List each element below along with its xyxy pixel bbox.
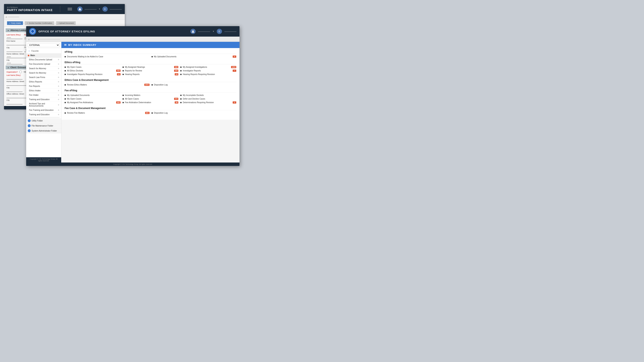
sidebar-utility-folder[interactable]: + Utility Folder xyxy=(26,118,61,123)
training-edu-2-star[interactable]: ★ xyxy=(58,113,60,116)
sidebar-item-search-attorney-1[interactable]: Search for Attorney ★ xyxy=(26,66,61,71)
home-city-input[interactable] xyxy=(6,61,22,64)
home-city-label: City xyxy=(6,59,22,61)
inbox-item-inv-reports-revision[interactable]: Investigator Reports Requiring Revision … xyxy=(64,73,120,76)
inbox-item-my-open-cases[interactable]: My Open Cases xyxy=(64,65,120,69)
sidebar-item-fee-training[interactable]: Fee Training and Education ★ xyxy=(26,108,61,112)
city-input[interactable] xyxy=(6,49,22,52)
inbox-item-my-assigned-hearings[interactable]: My Assigned Hearings 269 xyxy=(122,65,178,69)
step-docket-confirm[interactable]: ✓ Docket Number Confirmation xyxy=(25,21,54,25)
bullet xyxy=(152,56,153,57)
client-city-input[interactable] xyxy=(6,89,22,92)
sidebar-item-ethics-intake[interactable]: Ethics Intake ★ xyxy=(26,88,61,93)
bullet xyxy=(122,102,124,103)
back-user-avatar[interactable] xyxy=(77,6,82,12)
front-user-avatar[interactable] xyxy=(190,29,196,34)
inbox-item-review-fee-matters[interactable]: Review Fee Matters 821 xyxy=(64,111,150,114)
inbox-item-review-ethics-matters[interactable]: Review Ethics Matters 1573 xyxy=(64,83,150,86)
sidebar-favorite-label: Favorite xyxy=(32,50,39,52)
training-edu-star[interactable]: ★ xyxy=(58,98,60,101)
client-last-name-input[interactable] xyxy=(6,77,22,79)
inbox-item-investigator-reports[interactable]: Investigator Reports 7 xyxy=(180,69,236,72)
inbox-item-my-assigned-investigations[interactable]: My Assigned Investigations 1254 xyxy=(180,65,236,69)
fee-efiling-title: Fee eFiling xyxy=(64,89,236,92)
sidebar-file-maintenance-folder[interactable]: + File Maintenance Folder xyxy=(26,123,61,128)
ethics-intake-star[interactable]: ★ xyxy=(58,89,60,92)
sidebar-item-fee-docs-upload[interactable]: Fee Documents Upload ★ xyxy=(26,62,61,66)
client-city-label: City xyxy=(6,87,22,89)
sidebar-item-search-attorney-2[interactable]: Search for Attorney ★ xyxy=(26,71,61,75)
back-entity-avatar[interactable]: E xyxy=(102,6,108,12)
inbox-item-reports-for-review[interactable]: Reports for Review 234 xyxy=(122,69,178,72)
search-law-firms-star[interactable]: ★ xyxy=(58,76,60,79)
sidebar-item-fee-reports[interactable]: Fee Reports ★ xyxy=(26,84,61,88)
sidebar-item-fee-intake[interactable]: Fee Intake ★ xyxy=(26,93,61,97)
bullet xyxy=(122,66,124,68)
fee-reports-star[interactable]: ★ xyxy=(58,85,60,87)
inbox-item-hearing-reports-revision[interactable]: Hearing Reports Requiring Revision xyxy=(180,73,236,76)
client-office-city-input[interactable] xyxy=(6,102,22,104)
bullet xyxy=(64,98,66,99)
main-section-dot xyxy=(28,55,30,56)
review-ethics-matters-badge: 1573 xyxy=(144,84,150,86)
all-ethics-dockets-badge: 430 xyxy=(116,70,120,72)
front-entity-username: —————— xyxy=(224,30,236,32)
sidebar-dropdown-select[interactable]: EXTERNAL xyxy=(28,43,60,47)
sidebar-item-ethics-reports[interactable]: Ethics Reports ★ xyxy=(26,80,61,84)
back-header-right: —————— ▼ E —————— xyxy=(77,6,122,12)
inbox-item-fee-uploaded-docs[interactable]: My Uploaded Documents xyxy=(64,94,120,97)
inbox-item-my-uploaded-docs[interactable]: My Uploaded Documents 8 xyxy=(152,55,236,58)
inbox-item-all-ethics-dockets[interactable]: All Ethics Dockets 430 xyxy=(64,69,120,72)
sidebar-item-ethics-docs-upload[interactable]: Ethics Documents Upload ★ xyxy=(26,57,61,62)
archived-tips-star[interactable]: ★ xyxy=(58,104,60,106)
sidebar-item-search-law-firms[interactable]: Search Law Firms ★ xyxy=(26,75,61,80)
inbox-item-fee-disposition-log[interactable]: Disposition Log xyxy=(152,111,236,114)
inbox-item-fee-incoming-matters[interactable]: Incoming Matters xyxy=(122,94,178,97)
my-assigned-investigations-badge: 1254 xyxy=(231,66,236,68)
hamburger-icon[interactable] xyxy=(68,8,72,10)
sidebar-training-edu-2-label: Training and Education xyxy=(29,113,58,116)
last-name-input[interactable] xyxy=(6,36,22,39)
sidebar-sysadmin-folder[interactable]: + System Administrator Folder xyxy=(26,128,61,133)
inbox-item-fee-incomplete-dockets[interactable]: My Incomplete Dockets xyxy=(180,94,236,97)
sidebar-item-training-edu-2[interactable]: Training and Education ★ xyxy=(26,112,61,117)
sidebar-item-training-edu[interactable]: Training and Education ★ xyxy=(26,97,61,102)
inbox-item-fee-open-cases[interactable]: My Open Cases xyxy=(64,97,120,100)
inbox-item-hearing-reports[interactable]: Hearing Reports 15 xyxy=(122,73,178,76)
inbox-item-fee-assigned-arbitrations[interactable]: My Assigned Fee Arbitrations 292 xyxy=(64,101,120,104)
client-office-city-field: City xyxy=(6,99,22,104)
step-upload-doc[interactable]: › Upload Document xyxy=(56,21,76,25)
client-last-name-field: Last Name (Req.) xyxy=(6,74,22,79)
utility-folder-icon: + xyxy=(28,119,30,122)
fee-training-star[interactable]: ★ xyxy=(58,109,60,111)
bullet xyxy=(180,102,182,103)
last-name-label: Last Name (Req.) xyxy=(6,34,22,36)
sidebar-ethics-intake-label: Ethics Intake xyxy=(29,89,58,92)
inbox-item-fee-all-open-cases[interactable]: All Open Cases 472 xyxy=(122,97,178,100)
ethics-docs-star[interactable]: ★ xyxy=(58,58,60,61)
sidebar-fee-intake-label: Fee Intake xyxy=(29,94,58,96)
inv-reports-revision-badge: 11 xyxy=(117,73,120,75)
my-uploaded-docs-label: My Uploaded Documents xyxy=(154,55,232,58)
search-attorney-2-star[interactable]: ★ xyxy=(58,72,60,74)
fee-intake-star[interactable]: ★ xyxy=(58,94,60,96)
sidebar-favorite[interactable]: ☆ Favorite xyxy=(26,49,61,53)
inbox-item-fee-defer-decline[interactable]: Defer and Decline Cases xyxy=(180,97,236,100)
org-label: Organization? xyxy=(6,71,18,73)
bullet xyxy=(122,98,124,99)
sidebar-item-archived-tips[interactable]: Archived Tips and Announcements ★ xyxy=(26,102,61,108)
inbox-item-fee-determinations-revision[interactable]: Determinations Requiring Revision 5 xyxy=(180,101,236,104)
org-yes-radio[interactable] xyxy=(19,71,22,73)
ethics-reports-star[interactable]: ★ xyxy=(58,80,60,83)
fee-docs-star[interactable]: ★ xyxy=(58,63,60,65)
inbox-item-docs-waiting[interactable]: Documents Waiting to be Added to Case xyxy=(64,55,150,58)
back-home-icon[interactable]: ⌂ xyxy=(6,15,7,18)
inbox-item-ethics-disposition-log[interactable]: Disposition Log xyxy=(152,83,236,86)
front-home-icon[interactable]: ⌂ xyxy=(28,38,30,40)
docs-waiting-label: Documents Waiting to be Added to Case xyxy=(67,55,150,58)
search-attorney-1-star[interactable]: ★ xyxy=(58,67,60,70)
step-party-intake[interactable]: ✓ Party Intake xyxy=(7,21,23,25)
inbox-item-fee-arbitration-determination[interactable]: Fee Arbitration Determination 28 xyxy=(122,101,178,104)
front-header-username: —————— xyxy=(198,30,210,32)
front-entity-avatar[interactable]: E xyxy=(217,29,222,34)
